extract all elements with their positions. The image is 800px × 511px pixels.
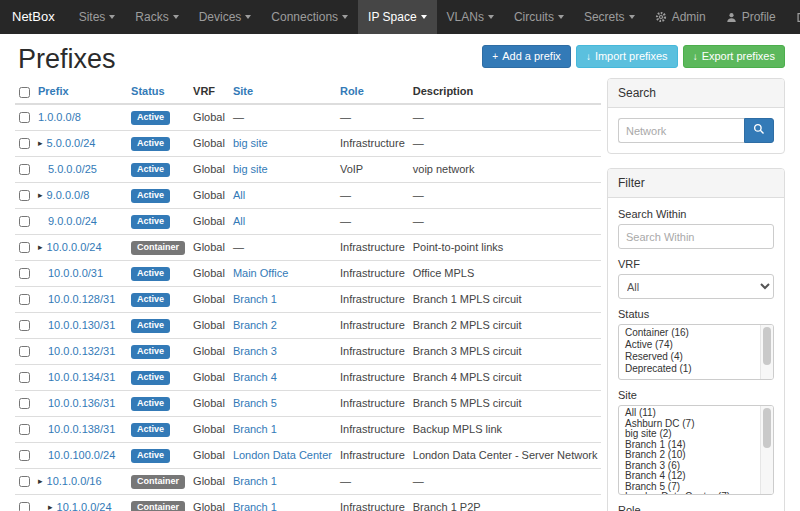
prefix-link[interactable]: 5.0.0.0/25 — [48, 163, 97, 175]
column-header-site[interactable]: Site — [229, 80, 336, 104]
nav-item-sites[interactable]: Sites — [69, 0, 126, 34]
prefix-link[interactable]: 10.0.0.0/31 — [48, 267, 103, 279]
brand[interactable]: NetBox — [0, 0, 69, 34]
prefix-link[interactable]: 10.0.0.0/24 — [47, 241, 102, 253]
site-link[interactable]: Branch 5 — [233, 397, 277, 409]
prefix-link[interactable]: 5.0.0.0/24 — [47, 137, 96, 149]
row-checkbox[interactable] — [19, 320, 30, 331]
site-link[interactable]: All — [233, 215, 245, 227]
filter-option[interactable]: Branch 2 (10) — [619, 450, 760, 461]
prefix-link[interactable]: 1.0.0.0/8 — [38, 111, 81, 123]
row-checkbox[interactable] — [19, 138, 30, 149]
site-scrollbar[interactable] — [760, 406, 773, 494]
prefix-link[interactable]: 10.0.0.134/31 — [48, 371, 115, 383]
add-prefix-button[interactable]: + Add a prefix — [482, 45, 571, 68]
select-all-checkbox[interactable] — [19, 87, 30, 98]
row-checkbox[interactable] — [19, 424, 30, 435]
filter-option[interactable]: Container (16) — [619, 327, 760, 339]
row-checkbox[interactable] — [19, 268, 30, 279]
vrf-select[interactable]: All — [618, 274, 774, 299]
site-link[interactable]: big site — [233, 163, 268, 175]
filter-option[interactable]: Reserved (4) — [619, 351, 760, 363]
row-checkbox[interactable] — [19, 242, 30, 253]
column-header-description: Description — [409, 80, 602, 104]
site-link[interactable]: London Data Center — [233, 449, 332, 461]
expand-caret-icon[interactable]: ▸ — [38, 138, 43, 148]
site-link[interactable]: All — [233, 189, 245, 201]
filter-option[interactable]: Branch 4 (12) — [619, 471, 760, 482]
expand-caret-icon[interactable]: ▸ — [38, 242, 43, 252]
prefix-link[interactable]: 10.0.0.128/31 — [48, 293, 115, 305]
site-listbox[interactable]: All (11)Ashburn DC (7)big site (2)Branch… — [618, 405, 774, 495]
column-header-role[interactable]: Role — [336, 80, 409, 104]
row-checkbox[interactable] — [19, 450, 30, 461]
prefix-link[interactable]: 10.0.0.138/31 — [48, 423, 115, 435]
nav-item-connections[interactable]: Connections — [261, 0, 358, 34]
prefix-link[interactable]: 9.0.0.0/8 — [47, 189, 90, 201]
filter-option[interactable]: Active (74) — [619, 339, 760, 351]
row-checkbox[interactable] — [19, 502, 30, 511]
prefix-link[interactable]: 10.1.0.0/16 — [47, 475, 102, 487]
filter-option[interactable]: All (11) — [619, 408, 760, 419]
filter-option[interactable]: Deprecated (1) — [619, 363, 760, 375]
navbar-menu: SitesRacksDevicesConnectionsIP SpaceVLAN… — [69, 0, 645, 34]
status-badge: Active — [131, 449, 170, 463]
row-checkbox[interactable] — [19, 398, 30, 409]
nav-item-secrets[interactable]: Secrets — [574, 0, 645, 34]
search-button[interactable] — [744, 118, 774, 143]
description-cell: — — [409, 468, 602, 494]
expand-caret-icon[interactable]: ▸ — [48, 502, 53, 511]
filter-option[interactable]: London Data Center (7) — [619, 492, 760, 494]
search-within-input[interactable] — [618, 224, 774, 249]
nav-item-admin[interactable]: Admin — [645, 0, 716, 34]
nav-item-profile[interactable]: Profile — [716, 0, 786, 34]
row-checkbox[interactable] — [19, 476, 30, 487]
column-header-status[interactable]: Status — [127, 80, 189, 104]
import-prefixes-button[interactable]: ↓ Import prefixes — [576, 45, 678, 68]
site-link[interactable]: Branch 1 — [233, 501, 277, 511]
nav-item-ip-space[interactable]: IP Space — [358, 0, 436, 34]
table-header-row: PrefixStatusVRFSiteRoleDescription — [15, 80, 601, 104]
site-cell: Branch 1 — [229, 286, 336, 312]
column-header-vrf: VRF — [189, 80, 229, 104]
vrf-cell: Global — [189, 104, 229, 131]
nav-item-racks[interactable]: Racks — [125, 0, 188, 34]
site-link[interactable]: Branch 1 — [233, 293, 277, 305]
site-link[interactable]: Branch 3 — [233, 345, 277, 357]
filter-option[interactable]: big site (2) — [619, 429, 760, 440]
prefix-link[interactable]: 10.0.0.136/31 — [48, 397, 115, 409]
site-link[interactable]: Branch 1 — [233, 475, 277, 487]
search-input[interactable] — [618, 118, 744, 143]
row-checkbox[interactable] — [19, 164, 30, 175]
status-scrollbar[interactable] — [760, 325, 773, 379]
prefix-link[interactable]: 10.0.100.0/24 — [48, 449, 115, 461]
site-link[interactable]: Main Office — [233, 267, 288, 279]
prefix-link[interactable]: 10.0.0.132/31 — [48, 345, 115, 357]
nav-item-circuits[interactable]: Circuits — [504, 0, 574, 34]
column-header-prefix[interactable]: Prefix — [34, 80, 127, 104]
row-checkbox[interactable] — [19, 190, 30, 201]
site-link[interactable]: Branch 4 — [233, 371, 277, 383]
site-link[interactable]: Branch 2 — [233, 319, 277, 331]
prefix-link[interactable]: 10.1.0.0/24 — [57, 501, 112, 511]
status-label: Status — [618, 308, 774, 320]
export-prefixes-button[interactable]: ↓ Export prefixes — [683, 45, 785, 68]
site-link[interactable]: big site — [233, 137, 268, 149]
nav-item-devices[interactable]: Devices — [189, 0, 262, 34]
expand-caret-icon[interactable]: ▸ — [38, 476, 43, 486]
row-checkbox[interactable] — [19, 112, 30, 123]
status-badge: Container — [131, 501, 185, 511]
nav-item-logout[interactable]: Log out — [786, 0, 800, 34]
row-checkbox[interactable] — [19, 294, 30, 305]
prefix-link[interactable]: 10.0.0.130/31 — [48, 319, 115, 331]
row-checkbox[interactable] — [19, 216, 30, 227]
table-row: 10.0.0.132/31ActiveGlobalBranch 3Infrast… — [15, 338, 601, 364]
prefix-link[interactable]: 9.0.0.0/24 — [48, 215, 97, 227]
row-checkbox[interactable] — [19, 372, 30, 383]
status-listbox[interactable]: Container (16)Active (74)Reserved (4)Dep… — [618, 324, 774, 380]
expand-caret-icon[interactable]: ▸ — [38, 190, 43, 200]
row-checkbox[interactable] — [19, 346, 30, 357]
nav-item-vlans[interactable]: VLANs — [437, 0, 504, 34]
site-link[interactable]: Branch 1 — [233, 423, 277, 435]
table-row: ▸9.0.0.0/8ActiveGlobalAll—— — [15, 182, 601, 208]
